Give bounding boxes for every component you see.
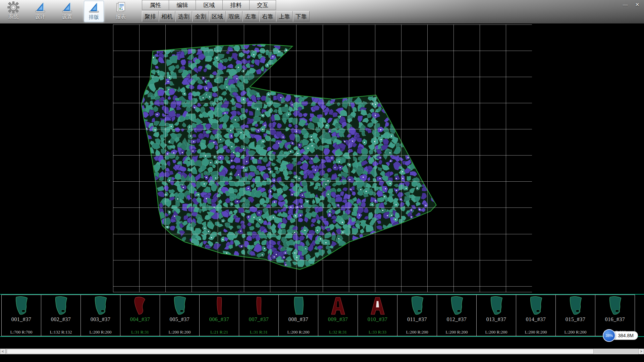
piece-id: 015_#37 — [566, 316, 586, 322]
report-icon — [115, 1, 127, 13]
piece-shape — [130, 296, 151, 316]
piece-thumbnail-012_#37[interactable]: 012_#37L:200 R:200 — [437, 295, 477, 336]
tool-cut-all[interactable]: 全割 — [192, 11, 209, 22]
minimize-button[interactable]: — — [622, 2, 629, 8]
app-tab-settings[interactable]: 设置 — [57, 1, 77, 22]
piece-shape — [169, 296, 190, 316]
piece-shape — [51, 296, 71, 316]
piece-shape — [288, 296, 309, 316]
piece-id: 006_#37 — [209, 316, 229, 322]
piece-thumbnail-001_#37[interactable]: 001_#37L:700 R:700 — [1, 295, 41, 336]
piece-lr: L:200 R:200 — [485, 329, 507, 335]
piece-shape — [565, 296, 586, 316]
menu-tab-nest[interactable]: 排料 — [222, 0, 249, 10]
gear-icon — [7, 1, 19, 13]
pieces-strip: 001_#37L:700 R:700002_#37L:132 R:132003_… — [0, 294, 644, 337]
tool-cut-select[interactable]: 选割 — [175, 11, 192, 22]
piece-lr: L:31 R:31 — [131, 329, 149, 335]
piece-thumbnail-014_#37[interactable]: 014_#37L:200 R:200 — [516, 295, 556, 336]
progress-indicator: 38% — [603, 329, 615, 342]
piece-thumbnail-005_#37[interactable]: 005_#37L:200 R:200 — [160, 295, 200, 336]
app-tab-label: 系统 — [8, 14, 18, 20]
window-controls: — ✕ — [622, 2, 641, 8]
tool-zone[interactable]: 区域 — [209, 11, 226, 22]
piece-id: 004_#37 — [130, 316, 150, 322]
piece-lr: L:200 R:200 — [406, 329, 428, 335]
workspace — [0, 23, 644, 294]
piece-thumbnail-009_#37[interactable]: 009_#37L:32 R:31 — [318, 295, 358, 336]
piece-thumbnail-010_#37[interactable]: 010_#37L:33 R:33 — [358, 295, 397, 336]
tool-snap-right[interactable]: 右靠 — [259, 11, 276, 22]
piece-shape — [328, 296, 348, 316]
piece-shape — [209, 296, 230, 316]
menu-area: 属性编辑区域排料交互 聚排相机选割全割区域瑕疵左靠右靠上靠下靠 — [142, 0, 310, 22]
ribbon: 系统设计设置排版报表 属性编辑区域排料交互 聚排相机选割全割区域瑕疵左靠右靠上靠… — [0, 0, 644, 23]
tool-snap-bottom[interactable]: 下靠 — [293, 11, 310, 22]
scroll-left-button[interactable]: < — [0, 349, 6, 354]
piece-id: 005_#37 — [170, 316, 190, 322]
piece-lr: L:200 R:200 — [564, 329, 586, 335]
menu-tab-region[interactable]: 区域 — [196, 0, 222, 10]
app-tab-design[interactable]: 设计 — [30, 1, 50, 22]
nesting-canvas[interactable] — [113, 24, 532, 292]
piece-shape — [11, 296, 32, 316]
scroll-right-button[interactable]: > — [638, 349, 644, 354]
app-tab-label: 设计 — [35, 14, 45, 20]
piece-lr: L:21 R:21 — [210, 329, 228, 335]
piece-thumbnail-006_#37[interactable]: 006_#37L:21 R:21 — [199, 295, 239, 336]
piece-shape — [486, 296, 507, 316]
piece-lr: L:32 R:31 — [329, 329, 347, 335]
piece-id: 001_#37 — [11, 316, 32, 322]
piece-shape — [249, 296, 269, 316]
sail-icon — [61, 1, 73, 13]
piece-id: 008_#37 — [288, 316, 309, 322]
tool-snap-top[interactable]: 上靠 — [276, 11, 293, 22]
piece-lr: L:200 R:200 — [525, 329, 547, 335]
piece-id: 010_#37 — [368, 316, 388, 322]
piece-shape — [446, 296, 467, 316]
piece-shape — [90, 296, 111, 316]
scrollbar-thumb[interactable] — [7, 349, 594, 354]
piece-id: 012_#37 — [447, 316, 467, 322]
piece-thumbnail-003_#37[interactable]: 003_#37L:200 R:200 — [80, 295, 120, 336]
piece-lr: L:200 R:200 — [168, 329, 191, 335]
piece-lr: L:200 R:200 — [287, 329, 309, 335]
app-tab-system[interactable]: 系统 — [3, 1, 23, 22]
tool-cluster-nest[interactable]: 聚排 — [142, 11, 159, 22]
tool-snap-left[interactable]: 左靠 — [243, 11, 259, 22]
menu-tab-row: 属性编辑区域排料交互 — [142, 0, 310, 10]
piece-thumbnail-015_#37[interactable]: 015_#37L:200 R:200 — [555, 295, 595, 336]
tool-row: 聚排相机选割全割区域瑕疵左靠右靠上靠下靠 — [142, 11, 310, 22]
piece-lr: L:31 R:31 — [250, 329, 268, 335]
piece-thumbnail-004_#37[interactable]: 004_#37L:31 R:31 — [120, 295, 160, 336]
piece-id: 014_#37 — [526, 316, 546, 322]
piece-id: 007_#37 — [249, 316, 269, 322]
app-launcher: 系统设计设置排版报表 — [3, 1, 138, 22]
piece-thumbnail-011_#37[interactable]: 011_#37L:200 R:200 — [397, 295, 437, 336]
menu-tab-properties[interactable]: 属性 — [142, 0, 169, 10]
piece-lr: L:33 R:33 — [369, 329, 386, 335]
piece-lr: L:700 R:700 — [10, 329, 32, 335]
piece-shape — [367, 296, 388, 316]
tool-camera[interactable]: 相机 — [159, 11, 175, 22]
horizontal-scrollbar: < > — [0, 349, 644, 354]
piece-lr: L:200 R:200 — [89, 329, 111, 335]
piece-shape — [526, 296, 546, 316]
scrollbar-track[interactable] — [6, 349, 638, 354]
piece-id: 013_#37 — [486, 316, 506, 322]
app-tab-layout[interactable]: 排版 — [84, 1, 104, 22]
piece-shape — [605, 296, 626, 316]
piece-thumbnail-008_#37[interactable]: 008_#37L:200 R:200 — [278, 295, 318, 336]
tool-defect[interactable]: 瑕疵 — [226, 11, 243, 22]
piece-thumbnail-002_#37[interactable]: 002_#37L:132 R:132 — [41, 295, 81, 336]
menu-tab-interact[interactable]: 交互 — [249, 0, 276, 10]
piece-id: 003_#37 — [91, 316, 111, 322]
menu-tab-edit[interactable]: 编辑 — [169, 0, 196, 10]
app-tab-report[interactable]: 报表 — [111, 1, 131, 22]
close-button[interactable]: ✕ — [634, 2, 641, 8]
piece-lr: L:132 R:132 — [50, 329, 72, 335]
piece-thumbnail-007_#37[interactable]: 007_#37L:31 R:31 — [239, 295, 279, 336]
piece-lr: L:200 R:200 — [445, 329, 468, 335]
piece-thumbnail-013_#37[interactable]: 013_#37L:200 R:200 — [476, 295, 516, 336]
piece-shape — [407, 296, 428, 316]
